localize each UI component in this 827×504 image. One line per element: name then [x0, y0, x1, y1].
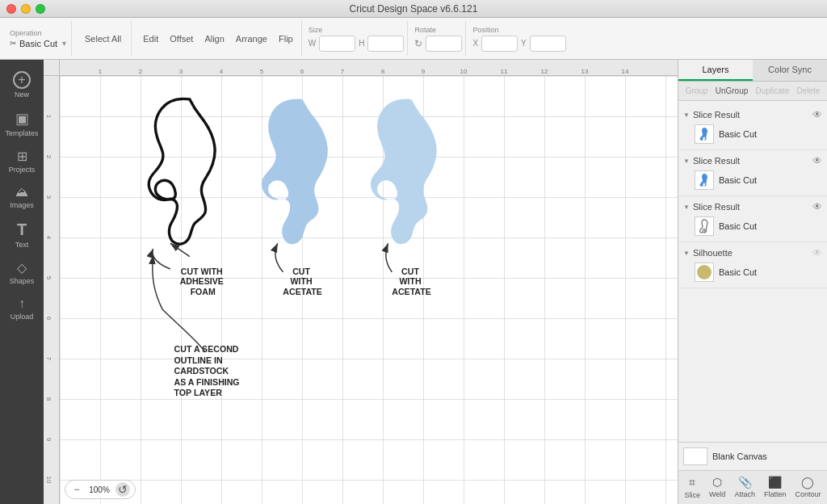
- eye-icon-1[interactable]: 👁: [812, 109, 822, 120]
- ruler-tick-2: 2: [139, 68, 142, 75]
- window-title: Cricut Design Space v6.6.121: [350, 3, 478, 15]
- annotation-acetate-right: CUT WITH ACETATE: [392, 267, 430, 296]
- weld-button[interactable]: ⬡ Weld: [706, 474, 728, 501]
- layer-item-1: Basic Cut: [678, 122, 827, 146]
- chevron-icon-3: ▼: [683, 204, 690, 211]
- minimize-button[interactable]: [21, 4, 31, 14]
- group-button[interactable]: Group: [682, 85, 712, 97]
- sidebar-item-new[interactable]: + New: [2, 66, 41, 103]
- layer-header-1[interactable]: ▼ Slice Result 👁: [678, 107, 827, 122]
- operation-label: Operation: [10, 29, 42, 37]
- sidebar-item-images[interactable]: ⛰ Images: [2, 180, 41, 214]
- close-button[interactable]: [6, 4, 16, 14]
- delete-button[interactable]: Delete: [793, 85, 823, 97]
- maximize-button[interactable]: [36, 4, 45, 14]
- layer-header-3[interactable]: ▼ Slice Result 👁: [678, 200, 827, 214]
- shapes-icon: ◇: [17, 260, 27, 275]
- ruler-tick-3: 3: [179, 68, 183, 75]
- toolbar: Operation ✂ Basic Cut ▼ Select All Edit …: [0, 18, 827, 60]
- eye-icon-4[interactable]: 👁: [812, 247, 822, 258]
- arrow-line-2: [275, 243, 283, 272]
- duplicate-button[interactable]: Duplicate: [753, 85, 793, 97]
- annotation-acetate-middle: CUT WITH ACETATE: [283, 267, 321, 296]
- sidebar-text-label: Text: [15, 241, 29, 249]
- position-y-input[interactable]: [530, 36, 566, 52]
- sidebar-new-label: New: [15, 90, 29, 99]
- operation-section: Operation ✂ Basic Cut ▼: [6, 21, 72, 57]
- eye-icon-2[interactable]: 👁: [812, 155, 822, 166]
- tab-layers[interactable]: Layers: [678, 60, 753, 81]
- edit-button[interactable]: Edit: [140, 32, 162, 45]
- sidebar-item-projects[interactable]: ⊞ Projects: [2, 144, 41, 178]
- layer-item-2: Basic Cut: [678, 168, 827, 192]
- weld-icon: ⬡: [712, 476, 722, 489]
- ruler-corner: [44, 60, 60, 76]
- sidebar-upload-label: Upload: [10, 313, 34, 321]
- layer-header-2[interactable]: ▼ Slice Result 👁: [678, 153, 827, 168]
- blank-canvas-label: Blank Canvas: [712, 452, 767, 461]
- layer-item-4: Basic Cut: [678, 260, 827, 284]
- rotate-value: ↻: [414, 36, 462, 52]
- size-value: W H: [309, 36, 405, 52]
- select-all-button[interactable]: Select All: [82, 32, 124, 45]
- canvas-grid[interactable]: CUT WITH ADHESIVE FOAM CUT WITH ACETATE …: [60, 76, 678, 504]
- zoom-out-button[interactable]: −: [70, 483, 83, 496]
- left-sidebar: + New ▣ Templates ⊞ Projects ⛰ Images T …: [0, 60, 44, 504]
- layer-group-2: ▼ Slice Result 👁 Basic Cut: [678, 150, 827, 196]
- size-section: Size W H: [305, 21, 409, 57]
- canvas-svg: CUT WITH ADHESIVE FOAM CUT WITH ACETATE …: [60, 76, 678, 504]
- ruler-tick-v-5: 5: [45, 276, 52, 279]
- align-button[interactable]: Align: [201, 32, 227, 45]
- operation-icon: ✂: [10, 39, 16, 48]
- right-panel: Layers Color Sync Group UnGroup Duplicat…: [678, 60, 827, 504]
- ruler-tick-14: 14: [622, 68, 629, 75]
- sidebar-item-shapes[interactable]: ◇ Shapes: [2, 255, 41, 290]
- zoom-level: 100%: [86, 485, 112, 494]
- ruler-tick-v-7: 7: [45, 357, 52, 360]
- ruler-top: 1 2 3 4 5 6 7 8 9 10 11 12 13 14: [60, 60, 678, 76]
- rotate-label: Rotate: [414, 26, 436, 34]
- layer-header-4[interactable]: ▼ Silhouette 👁: [678, 246, 827, 260]
- panel-tabs: Layers Color Sync: [678, 60, 827, 82]
- zoom-controls: − 100% ↺: [65, 480, 136, 499]
- images-icon: ⛰: [15, 185, 28, 200]
- rotate-input[interactable]: [426, 36, 462, 52]
- ruler-tick-5: 5: [260, 68, 263, 75]
- layer-group-1: ▼ Slice Result 👁 Basic Cut: [678, 104, 827, 150]
- silhouette-blue-right: [371, 99, 437, 244]
- sidebar-item-upload[interactable]: ↑ Upload: [2, 292, 41, 326]
- position-label: Position: [472, 26, 498, 34]
- contour-button[interactable]: ◯ Contour: [791, 474, 824, 501]
- annotation-adhesive-foam: CUT WITH ADHESIVE FOAM: [180, 267, 226, 296]
- position-x-label: X: [472, 39, 478, 48]
- position-x-input[interactable]: [481, 36, 518, 52]
- eye-icon-3[interactable]: 👁: [812, 201, 822, 212]
- slice-button[interactable]: ⌗ Slice: [682, 474, 704, 501]
- offset-button[interactable]: Offset: [166, 32, 196, 45]
- arrange-button[interactable]: Arrange: [233, 32, 271, 45]
- tab-color-sync[interactable]: Color Sync: [753, 60, 827, 81]
- zoom-in-button[interactable]: ↺: [115, 482, 130, 497]
- flatten-button[interactable]: ⬛ Flatten: [761, 474, 790, 501]
- size-w-input[interactable]: [319, 36, 355, 52]
- flip-button[interactable]: Flip: [275, 32, 296, 45]
- sidebar-item-text[interactable]: T Text: [2, 216, 41, 254]
- annotation-bottom: CUT A SECOND OUTLINE IN CARDSTOCK AS A F…: [174, 344, 242, 397]
- main-area: + New ▣ Templates ⊞ Projects ⛰ Images T …: [0, 60, 827, 504]
- chevron-down-icon[interactable]: ▼: [61, 40, 68, 48]
- templates-icon: ▣: [15, 110, 29, 128]
- silhouette-outline: [149, 99, 215, 244]
- layer-thumb-1: [695, 124, 714, 144]
- sidebar-item-templates[interactable]: ▣ Templates: [2, 105, 41, 142]
- operation-value: ✂ Basic Cut ▼: [10, 39, 68, 48]
- projects-icon: ⊞: [17, 149, 27, 164]
- layer-group-4: ▼ Silhouette 👁 Basic Cut: [678, 242, 827, 288]
- flatten-icon: ⬛: [768, 476, 782, 489]
- attach-button[interactable]: 📎 Attach: [731, 474, 758, 501]
- size-h-input[interactable]: [367, 36, 404, 52]
- canvas-area[interactable]: 1 2 3 4 5 6 7 8 9 10 11 12 13 14 1 2 3 4: [44, 60, 678, 504]
- ruler-tick-13: 13: [581, 68, 589, 75]
- ungroup-button[interactable]: UnGroup: [712, 85, 752, 97]
- layer-1-name: Basic Cut: [719, 129, 757, 139]
- ruler-tick-v-4: 4: [45, 236, 52, 239]
